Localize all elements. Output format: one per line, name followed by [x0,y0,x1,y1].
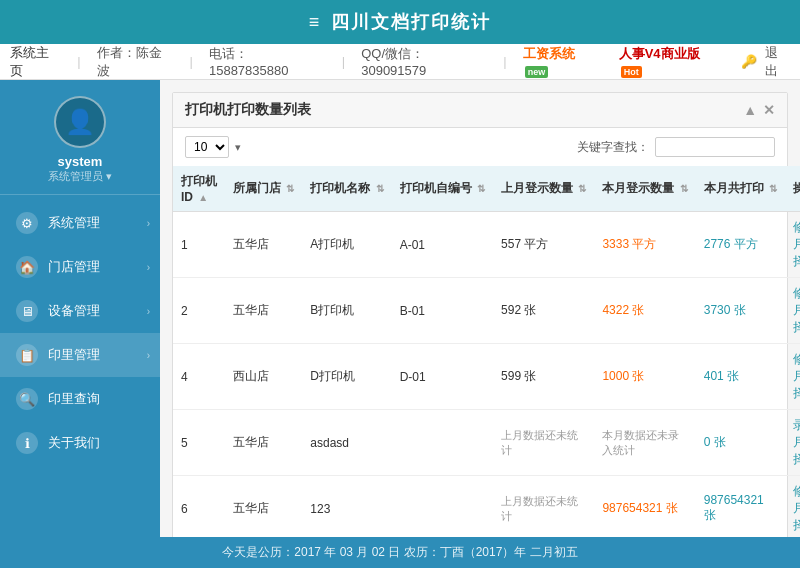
chevron-right-icon: › [147,218,150,229]
page-title: 四川文档打印统计 [331,10,491,34]
cell-actions: 修改本月 | 选择录入 [785,476,800,538]
collapse-icon[interactable]: ▲ [743,102,757,118]
cell-store: 五华店 [225,212,302,278]
action-edit[interactable]: 修改本月 [793,220,800,251]
panel-title: 打印机打印数量列表 [185,101,311,119]
search-icon: 🔍 [16,388,38,410]
cell-this-month: 1000 张 [594,344,695,410]
logout-link[interactable]: 退出 [765,44,790,80]
sidebar-user: 👤 system 系统管理员 ▾ [0,80,160,195]
table-row: 6 五华店 123 上月数据还未统计 987654321 张 987654321… [173,476,800,538]
cell-last-month: 上月数据还未统计 [493,410,594,476]
table-row: 2 五华店 B打印机 B-01 592 张 4322 张 3730 张 修改本月… [173,278,800,344]
cell-last-month: 557 平方 [493,212,594,278]
cell-total: 0 张 [696,410,785,476]
table-header: 打印机ID ▲ 所属门店 ⇅ 打印机名称 ⇅ 打印机自编号 ⇅ 上月登示数量 ⇅… [173,166,800,212]
sidebar-item-label: 系统管理 [48,214,100,232]
salary-badge: new [525,66,549,78]
col-total: 本月共打印 ⇅ [696,166,785,212]
col-this-month: 本月登示数量 ⇅ [594,166,695,212]
top-header: ≡ 四川文档打印统计 [0,0,800,44]
cell-actions: 修改本月 | 选择录入 [785,344,800,410]
sidebar-item-label: 印里查询 [48,390,100,408]
sidebar-item-system[interactable]: ⚙ 系统管理 › [0,201,160,245]
toolbar-left: 10 20 50 ▾ [185,136,241,158]
cell-actions: 修改本月 | 选择录入 [785,278,800,344]
bottom-bar: 今天是公历：2017 年 03 月 02 日 农历：丁酉（2017）年 二月初五 [0,537,800,568]
store-icon: 🏠 [16,256,38,278]
hr-badge: Hot [621,66,642,78]
cell-total: 401 张 [696,344,785,410]
cell-name: B打印机 [302,278,391,344]
nav-home[interactable]: 系统主页 [10,44,61,80]
cell-last-month: 592 张 [493,278,594,344]
chevron-right-icon: › [147,350,150,361]
user-role[interactable]: 系统管理员 ▾ [48,169,112,184]
cell-id: 5 [173,410,225,476]
cell-code: A-01 [392,212,493,278]
chevron-right-icon: › [147,262,150,273]
chevron-right-icon: › [147,306,150,317]
col-printer-id: 打印机ID ▲ [173,166,225,212]
cell-store: 五华店 [225,278,302,344]
table-body: 1 五华店 A打印机 A-01 557 平方 3333 平方 2776 平方 修… [173,212,800,538]
cell-code [392,410,493,476]
toolbar-right: 关键字查找： [577,137,775,157]
sidebar-item-label: 印里管理 [48,346,100,364]
cell-actions: 录入本月 | 选择录入 [785,410,800,476]
cell-code: D-01 [392,344,493,410]
nav-hr[interactable]: 人事V4商业版 Hot [619,45,725,78]
cell-code [392,476,493,538]
cell-store: 五华店 [225,410,302,476]
cell-id: 4 [173,344,225,410]
sidebar-item-label: 设备管理 [48,302,100,320]
cell-actions: 修改本月 | 选择录入 [785,212,800,278]
printer-table: 打印机ID ▲ 所属门店 ⇅ 打印机名称 ⇅ 打印机自编号 ⇅ 上月登示数量 ⇅… [173,166,800,537]
cell-store: 西山店 [225,344,302,410]
nav-salary[interactable]: 工资系统 new [523,45,603,78]
table-row: 5 五华店 asdasd 上月数据还未统计 本月数据还未录入统计 0 张 录入本… [173,410,800,476]
action-edit[interactable]: 修改本月 [793,352,800,383]
sidebar-item-store[interactable]: 🏠 门店管理 › [0,245,160,289]
sidebar-item-label: 门店管理 [48,258,100,276]
sidebar-item-about[interactable]: ℹ 关于我们 [0,421,160,465]
gear-icon: ⚙ [16,212,38,234]
keyword-input[interactable] [655,137,775,157]
cell-id: 2 [173,278,225,344]
date-text: 今天是公历：2017 年 03 月 02 日 农历：丁酉（2017）年 二月初五 [222,545,577,559]
col-action: 操作 ⇅ [785,166,800,212]
cell-total: 3730 张 [696,278,785,344]
nav-right: 🔑 退出 [741,44,790,80]
table-row: 4 西山店 D打印机 D-01 599 张 1000 张 401 张 修改本月 … [173,344,800,410]
nav-bar: 系统主页 | 作者：陈金波 | 电话：15887835880 | QQ/微信：3… [0,44,800,80]
info-icon: ℹ [16,432,38,454]
action-edit[interactable]: 修改本月 [793,286,800,317]
sidebar-item-print-query[interactable]: 🔍 印里查询 [0,377,160,421]
nav-author: 作者：陈金波 [97,44,174,80]
cell-name: asdasd [302,410,391,476]
toolbar: 10 20 50 ▾ 关键字查找： [173,128,787,166]
action-edit[interactable]: 修改本月 [793,484,800,515]
per-page-icon: ▾ [235,141,241,154]
sidebar-item-print-manage[interactable]: 📋 印里管理 › [0,333,160,377]
close-icon[interactable]: ✕ [763,102,775,118]
main-panel: 打印机打印数量列表 ▲ ✕ 10 20 50 ▾ 关键字查找： [172,92,788,537]
table-row: 1 五华店 A打印机 A-01 557 平方 3333 平方 2776 平方 修… [173,212,800,278]
sidebar-item-device[interactable]: 🖥 设备管理 › [0,289,160,333]
avatar: 👤 [54,96,106,148]
cell-id: 6 [173,476,225,538]
cell-id: 1 [173,212,225,278]
panel-header-actions: ▲ ✕ [743,102,775,118]
cell-total: 2776 平方 [696,212,785,278]
cell-store: 五华店 [225,476,302,538]
menu-icon[interactable]: ≡ [309,12,322,33]
nav-phone: 电话：15887835880 [209,45,326,78]
action-enter[interactable]: 录入本月 [793,418,800,449]
per-page-select[interactable]: 10 20 50 [185,136,229,158]
cell-last-month: 599 张 [493,344,594,410]
cell-name: 123 [302,476,391,538]
cell-this-month: 4322 张 [594,278,695,344]
main-layout: 👤 system 系统管理员 ▾ ⚙ 系统管理 › 🏠 门店管理 › 🖥 设备管… [0,80,800,537]
col-printer-name: 打印机名称 ⇅ [302,166,391,212]
col-printer-code: 打印机自编号 ⇅ [392,166,493,212]
